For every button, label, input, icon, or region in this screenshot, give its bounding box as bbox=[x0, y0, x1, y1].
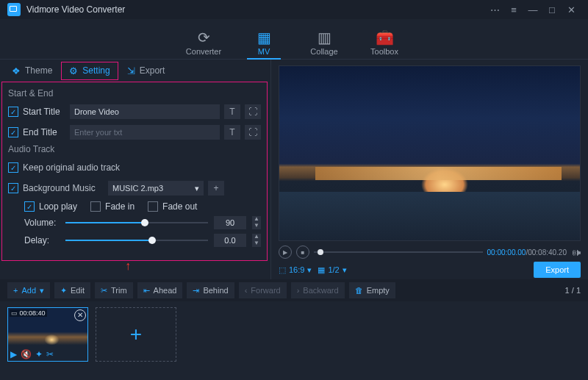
page-indicator: 1 / 1 bbox=[565, 286, 581, 295]
nav-toolbox[interactable]: 🧰 Toolbox bbox=[354, 29, 415, 59]
chevron-down-icon: ▾ bbox=[195, 184, 199, 193]
maximize-icon[interactable]: □ bbox=[542, 4, 562, 15]
annotation-arrow-icon: ↑ bbox=[125, 259, 395, 273]
clip-thumbnail[interactable]: ▭ 00:08:40 ✕ ▶ 🔇 ✦ ✂ bbox=[7, 307, 88, 362]
volume-label: Volume: bbox=[24, 218, 60, 228]
app-title: Vidmore Video Converter bbox=[26, 4, 125, 15]
clip-audio-icon[interactable]: 🔇 bbox=[21, 349, 32, 359]
tab-label: Setting bbox=[82, 65, 110, 76]
add-button[interactable]: +Add▾ bbox=[7, 282, 50, 298]
empty-button[interactable]: 🗑Empty bbox=[349, 282, 395, 298]
expand-icon[interactable]: ⛶ bbox=[245, 125, 261, 140]
behind-button[interactable]: ⇥Behind bbox=[187, 282, 234, 298]
start-title-label: Start Title bbox=[23, 107, 65, 117]
tab-theme[interactable]: ❖ Theme bbox=[4, 62, 60, 79]
main-nav: ⟳ Converter ▦ MV ▥ Collage 🧰 Toolbox bbox=[0, 19, 588, 59]
scissors-icon: ✂ bbox=[101, 286, 107, 295]
nav-label: MV bbox=[234, 47, 294, 56]
checkbox-start-title[interactable]: ✓ bbox=[8, 107, 18, 117]
checkbox-loop[interactable]: ✓ bbox=[24, 201, 35, 212]
app-logo-icon bbox=[7, 3, 21, 16]
trash-icon: 🗑 bbox=[355, 286, 363, 295]
export-button[interactable]: Export bbox=[534, 262, 581, 278]
clip-trim-icon[interactable]: ✂ bbox=[46, 349, 54, 359]
nav-label: Toolbox bbox=[354, 47, 415, 56]
volume-slider[interactable] bbox=[65, 218, 208, 228]
toolbox-icon: 🧰 bbox=[354, 29, 415, 46]
expand-icon[interactable]: ⛶ bbox=[245, 104, 261, 119]
volume-down[interactable]: ▼ bbox=[252, 223, 261, 229]
mv-icon: ▦ bbox=[234, 29, 294, 46]
remove-clip-button[interactable]: ✕ bbox=[74, 309, 86, 321]
volume-value[interactable]: 90 bbox=[214, 216, 246, 229]
clip-effect-icon[interactable]: ✦ bbox=[35, 349, 43, 359]
end-title-label: End Title bbox=[23, 127, 65, 137]
plus-icon: + bbox=[13, 286, 18, 295]
checkbox-bg-music[interactable]: ✓ bbox=[8, 183, 18, 193]
btn-label: Edit bbox=[71, 286, 85, 295]
trim-button[interactable]: ✂Trim bbox=[95, 282, 133, 298]
clip-play-icon[interactable]: ▶ bbox=[10, 349, 17, 359]
feedback-icon[interactable]: ⋯ bbox=[485, 4, 504, 15]
tab-setting[interactable]: ⚙ Setting bbox=[61, 62, 118, 80]
delay-label: Delay: bbox=[24, 235, 60, 245]
titlebar: Vidmore Video Converter ⋯ ≡ — □ ✕ bbox=[0, 0, 588, 19]
bg-music-select[interactable]: MUSIC 2.mp3 ▾ bbox=[108, 181, 204, 196]
converter-icon: ⟳ bbox=[173, 29, 234, 46]
option-fade-out[interactable]: ✓Fade out bbox=[148, 201, 197, 212]
tab-label: Export bbox=[140, 65, 165, 76]
settings-panel: Start & End ✓ Start Title T ⛶ ✓ End Titl… bbox=[1, 82, 268, 261]
seek-bar[interactable] bbox=[314, 251, 483, 253]
btn-label: Trim bbox=[111, 286, 127, 295]
section-start-end: Start & End bbox=[8, 88, 261, 98]
btn-label: Ahead bbox=[154, 286, 177, 295]
clip-duration: ▭ 00:08:40 bbox=[10, 309, 47, 317]
play-button[interactable]: ▶ bbox=[279, 245, 292, 259]
btn-label: Behind bbox=[203, 286, 228, 295]
btn-label: Empty bbox=[367, 286, 390, 295]
backward-icon: › bbox=[297, 286, 300, 295]
time-current: 00:00:00.00 bbox=[487, 248, 526, 257]
checkbox-fade-out[interactable]: ✓ bbox=[148, 201, 158, 212]
minimize-icon[interactable]: — bbox=[523, 4, 542, 15]
collage-icon: ▥ bbox=[294, 29, 354, 46]
checkbox-fade-in[interactable]: ✓ bbox=[90, 201, 101, 212]
stop-button[interactable]: ■ bbox=[296, 245, 309, 259]
nav-collage[interactable]: ▥ Collage bbox=[294, 29, 354, 59]
end-title-input[interactable] bbox=[70, 125, 220, 140]
sub-tabs: ❖ Theme ⚙ Setting ⇲ Export bbox=[0, 60, 270, 82]
nav-mv[interactable]: ▦ MV bbox=[234, 29, 294, 59]
tab-label: Theme bbox=[25, 65, 52, 76]
delay-down[interactable]: ▼ bbox=[252, 240, 261, 247]
btn-label: Add bbox=[21, 286, 36, 295]
option-loop[interactable]: ✓Loop play bbox=[24, 201, 77, 212]
close-icon[interactable]: ✕ bbox=[562, 4, 581, 15]
backward-button[interactable]: ›Backward bbox=[291, 282, 345, 298]
time-total: /00:08:40.20 bbox=[526, 248, 567, 257]
clip-strip: ▭ 00:08:40 ✕ ▶ 🔇 ✦ ✂ + bbox=[0, 301, 588, 380]
fade-out-label: Fade out bbox=[162, 201, 197, 212]
delay-slider[interactable] bbox=[65, 235, 208, 245]
delay-value[interactable]: 0.0 bbox=[214, 234, 246, 247]
add-music-button[interactable]: + bbox=[208, 181, 224, 196]
menu-icon[interactable]: ≡ bbox=[504, 4, 523, 15]
checkbox-end-title[interactable]: ✓ bbox=[8, 127, 18, 137]
btn-label: Forward bbox=[251, 286, 280, 295]
checkbox-keep-audio[interactable]: ✓ bbox=[8, 162, 18, 173]
ahead-icon: ⇤ bbox=[143, 286, 150, 295]
edit-button[interactable]: ✦Edit bbox=[54, 282, 90, 298]
option-fade-in[interactable]: ✓Fade in bbox=[90, 201, 135, 212]
btn-label: Backward bbox=[303, 286, 338, 295]
video-preview[interactable] bbox=[279, 65, 581, 241]
volume-icon[interactable]: 🕪 bbox=[571, 247, 581, 258]
add-clip-slot[interactable]: + bbox=[96, 307, 176, 362]
ahead-button[interactable]: ⇤Ahead bbox=[137, 282, 183, 298]
theme-icon: ❖ bbox=[12, 65, 21, 76]
gear-icon: ⚙ bbox=[69, 65, 78, 76]
nav-converter[interactable]: ⟳ Converter bbox=[173, 29, 234, 59]
text-style-icon[interactable]: T bbox=[224, 125, 240, 140]
tab-export[interactable]: ⇲ Export bbox=[120, 62, 173, 79]
start-title-input[interactable] bbox=[70, 104, 220, 119]
text-style-icon[interactable]: T bbox=[224, 104, 240, 119]
forward-button[interactable]: ‹Forward bbox=[239, 282, 287, 298]
